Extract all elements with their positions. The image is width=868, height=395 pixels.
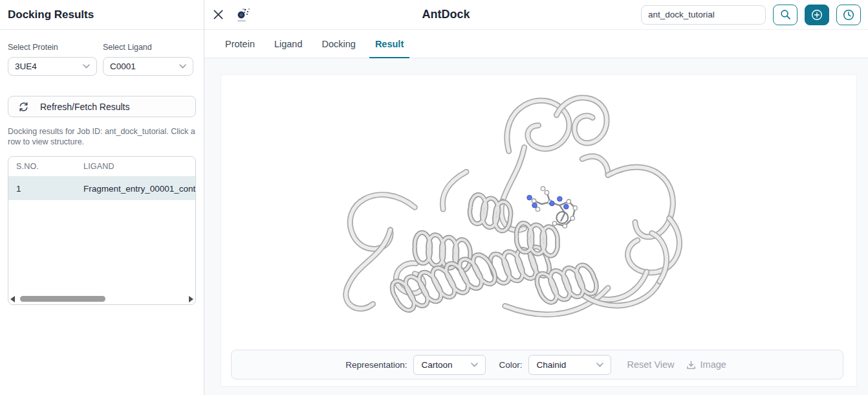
color-value: Chainid bbox=[536, 360, 566, 370]
representation-value: Cartoon bbox=[421, 360, 452, 370]
scrollbar-thumb[interactable] bbox=[20, 296, 105, 302]
chevron-down-icon bbox=[596, 363, 603, 367]
representation-label: Representation: bbox=[345, 360, 407, 370]
row-ligand: Fragment_entry_00001_cont bbox=[83, 184, 195, 194]
tab-docking[interactable]: Docking bbox=[316, 30, 362, 58]
workflow-tabs: Protein Ligand Docking Result bbox=[204, 30, 868, 58]
antdock-logo-icon bbox=[235, 6, 251, 23]
results-table-header: S.NO. LIGAND bbox=[8, 157, 195, 177]
app-header: AntDock bbox=[204, 0, 868, 30]
chevron-down-icon bbox=[179, 64, 186, 69]
job-id-input[interactable] bbox=[641, 5, 766, 25]
scrollbar-track[interactable] bbox=[18, 296, 186, 302]
scroll-left-arrow-icon[interactable] bbox=[10, 296, 15, 302]
reset-view-button[interactable]: Reset View bbox=[624, 359, 677, 370]
history-button[interactable] bbox=[836, 5, 861, 25]
ligand-select[interactable]: C0001 bbox=[103, 57, 193, 76]
new-job-button[interactable] bbox=[805, 5, 829, 25]
close-icon bbox=[213, 10, 223, 19]
tab-result[interactable]: Result bbox=[369, 30, 409, 58]
col-header-ligand: LIGAND bbox=[83, 162, 195, 171]
search-job-button[interactable] bbox=[773, 5, 797, 25]
docking-results-sidebar: Docking Results Select Protein 3UE4 Sele… bbox=[0, 0, 204, 395]
protein-select-value: 3UE4 bbox=[15, 62, 37, 71]
table-empty-area bbox=[8, 200, 195, 295]
chevron-down-icon bbox=[471, 363, 478, 367]
chevron-down-icon bbox=[83, 64, 90, 69]
close-button[interactable] bbox=[213, 10, 223, 19]
results-description: Docking results for Job ID: ant_dock_tut… bbox=[8, 126, 195, 147]
main-area: AntDock bbox=[204, 0, 868, 395]
refresh-button-label: Refresh/Fetch Results bbox=[40, 102, 130, 112]
select-ligand-label: Select Ligand bbox=[103, 43, 193, 52]
results-table: S.NO. LIGAND 1 Fragment_entry_00001_cont bbox=[8, 156, 196, 305]
clock-icon bbox=[843, 9, 854, 21]
download-icon bbox=[686, 360, 696, 370]
result-content: Representation: Cartoon Color: Chainid R… bbox=[204, 58, 868, 395]
representation-select[interactable]: Cartoon bbox=[413, 355, 486, 375]
ligand-select-value: C0001 bbox=[110, 62, 136, 71]
refresh-fetch-results-button[interactable]: Refresh/Fetch Results bbox=[8, 96, 196, 117]
sidebar-body: Select Protein 3UE4 Select Ligand C0001 bbox=[0, 30, 204, 305]
download-image-button[interactable]: Image bbox=[684, 359, 729, 370]
search-icon bbox=[780, 9, 791, 20]
plus-circle-icon bbox=[811, 9, 823, 21]
tab-ligand[interactable]: Ligand bbox=[268, 30, 309, 58]
col-header-sno: S.NO. bbox=[8, 162, 83, 171]
color-label: Color: bbox=[499, 360, 522, 370]
image-label: Image bbox=[700, 359, 726, 370]
protein-select[interactable]: 3UE4 bbox=[8, 57, 97, 76]
color-select[interactable]: Chainid bbox=[528, 355, 611, 375]
viewer-panel: Representation: Cartoon Color: Chainid R… bbox=[221, 74, 857, 387]
app-root: Docking Results Select Protein 3UE4 Sele… bbox=[0, 0, 868, 395]
sidebar-title: Docking Results bbox=[0, 0, 204, 30]
row-sno: 1 bbox=[8, 184, 83, 194]
refresh-icon bbox=[18, 102, 29, 112]
protein-structure bbox=[221, 75, 856, 386]
molecular-viewer-3d[interactable] bbox=[221, 75, 856, 386]
tab-protein[interactable]: Protein bbox=[219, 30, 261, 58]
viewer-toolbar: Representation: Cartoon Color: Chainid R… bbox=[231, 350, 843, 379]
reset-view-label: Reset View bbox=[627, 359, 674, 370]
table-row[interactable]: 1 Fragment_entry_00001_cont bbox=[8, 177, 195, 200]
select-protein-label: Select Protein bbox=[8, 43, 97, 52]
scroll-right-arrow-icon[interactable] bbox=[189, 296, 193, 302]
page-title: AntDock bbox=[251, 8, 641, 21]
ligand-ball-and-stick bbox=[527, 186, 578, 228]
table-horizontal-scrollbar[interactable] bbox=[8, 295, 195, 304]
